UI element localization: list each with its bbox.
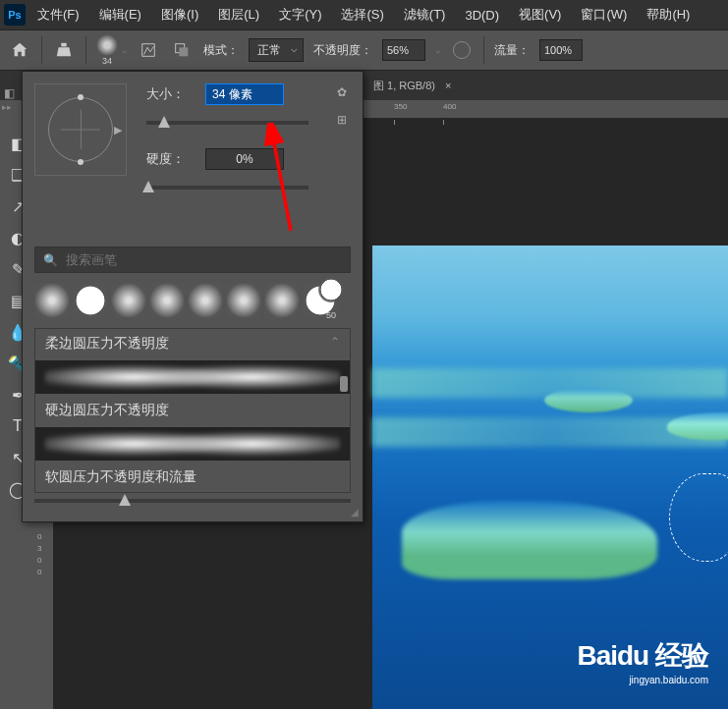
size-slider[interactable] — [146, 121, 308, 125]
divider — [41, 36, 42, 64]
island — [402, 501, 657, 579]
stroke-preview — [35, 427, 350, 461]
brush-preset[interactable] — [226, 283, 261, 318]
search-input[interactable] — [66, 252, 342, 267]
chevron-down-icon[interactable]: ⌵ — [122, 45, 127, 55]
brush-preset[interactable] — [73, 283, 108, 318]
watermark-logo: Baidu 经验 — [577, 637, 708, 675]
document-tab[interactable]: 图 1, RGB/8) × — [364, 73, 461, 99]
brush-preset[interactable] — [34, 283, 70, 318]
search-icon: 🔍 — [43, 253, 58, 267]
brush-list[interactable]: 柔边圆压力不透明度 ⌃ 硬边圆压力不透明度 软圆压力不透明度和流量 — [34, 328, 351, 493]
close-icon[interactable]: × — [445, 80, 451, 91]
brush-panel-icon[interactable] — [137, 38, 160, 62]
chevron-up-icon[interactable]: ⌃ — [330, 335, 340, 349]
brush-search[interactable]: 🔍 — [34, 246, 351, 273]
watermark-url: jingyan.baidu.com — [577, 675, 708, 685]
hardness-slider[interactable] — [146, 186, 308, 190]
menu-layer[interactable]: 图层(L) — [210, 2, 267, 27]
menu-3d[interactable]: 3D(D) — [457, 4, 507, 27]
brush-list-item[interactable]: 硬边圆压力不透明度 — [35, 396, 350, 425]
clone-source-icon[interactable] — [170, 38, 194, 62]
brush-list-item[interactable]: 柔边圆压力不透明度 ⌃ — [35, 329, 350, 358]
flow-label: 流量： — [494, 42, 530, 59]
brush-size-label: 34 — [102, 56, 112, 66]
brush-preset[interactable] — [149, 283, 185, 318]
divider — [85, 36, 86, 64]
resize-handle[interactable]: ◢ — [351, 507, 359, 518]
menu-edit[interactable]: 编辑(E) — [91, 2, 149, 27]
menubar: Ps 文件(F) 编辑(E) 图像(I) 图层(L) 文字(Y) 选择(S) 滤… — [0, 0, 728, 29]
mode-label: 模式： — [203, 42, 239, 59]
canvas-image: Baidu 经验 jingyan.baidu.com — [372, 245, 728, 709]
scrollbar[interactable] — [340, 376, 348, 392]
ps-logo: Ps — [4, 4, 26, 26]
menu-select[interactable]: 选择(S) — [333, 2, 391, 27]
svg-rect-0 — [61, 43, 66, 47]
flow-input[interactable] — [539, 39, 583, 61]
gear-icon[interactable]: ✿ — [333, 83, 351, 101]
brush-angle-picker[interactable]: ▶ — [34, 83, 127, 176]
brush-presets-row: 50 — [34, 283, 351, 318]
watermark: Baidu 经验 jingyan.baidu.com — [577, 637, 708, 685]
selection-marquee — [669, 473, 728, 562]
thumbnail-size-slider[interactable] — [34, 499, 351, 503]
divider — [483, 36, 484, 64]
menu-image[interactable]: 图像(I) — [153, 2, 206, 27]
chevron-down-icon[interactable]: ⌵ — [435, 45, 440, 55]
hardness-label: 硬度： — [146, 150, 188, 168]
menu-help[interactable]: 帮助(H) — [639, 2, 698, 27]
opacity-input[interactable] — [382, 39, 425, 61]
mode-select[interactable]: 正常 — [249, 38, 304, 62]
home-icon[interactable] — [8, 38, 31, 62]
clone-stamp-icon[interactable] — [52, 38, 76, 62]
svg-rect-2 — [179, 47, 188, 56]
size-label: 大小： — [146, 85, 188, 103]
menu-view[interactable]: 视图(V) — [511, 2, 569, 27]
menu-file[interactable]: 文件(F) — [29, 2, 87, 27]
brush-dot-icon — [96, 34, 118, 56]
pressure-opacity-icon[interactable] — [450, 38, 474, 62]
menu-text[interactable]: 文字(Y) — [271, 2, 329, 27]
island — [544, 388, 633, 412]
brush-list-item[interactable]: 软圆压力不透明度和流量 — [35, 463, 350, 492]
stroke-preview — [35, 360, 350, 394]
opacity-label: 不透明度： — [313, 42, 372, 59]
brush-preset-50[interactable]: 50 — [303, 283, 338, 318]
brush-preset[interactable] — [188, 283, 223, 318]
new-preset-icon[interactable]: ⊞ — [333, 111, 351, 129]
optionsbar: 34 ⌵ 模式： 正常 不透明度： ⌵ 流量： — [0, 29, 728, 71]
menu-window[interactable]: 窗口(W) — [573, 2, 635, 27]
size-input[interactable] — [205, 83, 284, 105]
doctab-label: 图 1, RGB/8) — [373, 79, 435, 93]
panel-icon[interactable]: ◧ — [4, 86, 22, 104]
menu-filter[interactable]: 滤镜(T) — [396, 2, 454, 27]
brush-preset[interactable] — [264, 283, 300, 318]
collapsed-panel-icons: ◧ — [4, 86, 22, 104]
brush-preset[interactable] — [111, 283, 146, 318]
brush-preset-picker[interactable]: 34 — [96, 34, 118, 66]
hardness-input[interactable] — [205, 148, 284, 170]
brush-picker-panel: ▶ 大小： 硬度： ✿ ⊞ 🔍 50 — [22, 71, 364, 522]
